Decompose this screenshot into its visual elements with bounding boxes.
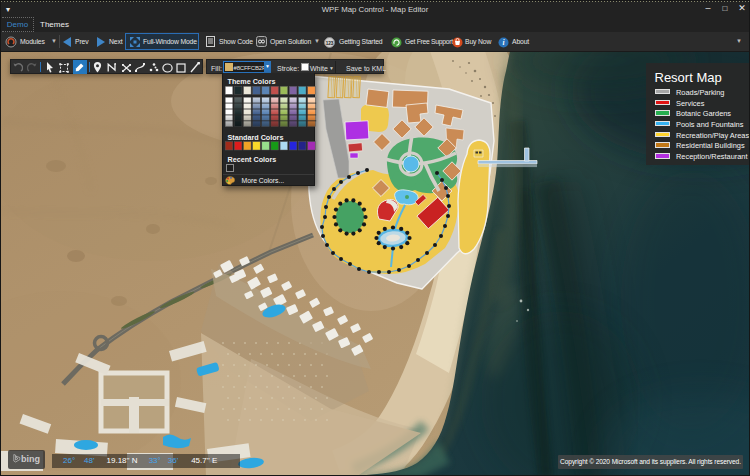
- svg-text:123: 123: [326, 40, 334, 45]
